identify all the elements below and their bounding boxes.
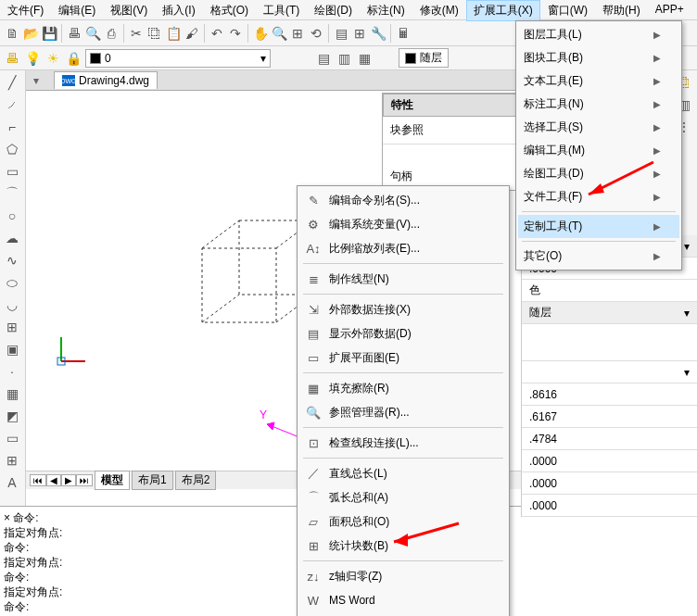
- save-icon[interactable]: 💾: [41, 25, 57, 42]
- tab-last-icon[interactable]: ⏭: [76, 474, 93, 486]
- custom-tool-item[interactable]: ／直线总长(L): [299, 461, 507, 485]
- point-icon[interactable]: ·: [2, 361, 22, 382]
- menu-dim-tools[interactable]: 标注工具(N)▶: [518, 93, 679, 116]
- pan-icon[interactable]: ✋: [252, 25, 269, 42]
- revcloud-icon[interactable]: ☁: [2, 228, 22, 248]
- tab-prev-icon[interactable]: ◀: [46, 474, 61, 486]
- pg-v5[interactable]: .0000: [522, 472, 697, 495]
- custom-tool-item[interactable]: ▦填充擦除(R): [299, 376, 507, 400]
- text-icon[interactable]: A: [2, 472, 22, 493]
- layermore-icon[interactable]: ▦: [356, 50, 373, 67]
- calc-icon[interactable]: 🖩: [395, 25, 412, 42]
- copy-icon[interactable]: ⿻: [146, 25, 163, 42]
- pg-color[interactable]: 色: [522, 280, 697, 302]
- menu-app[interactable]: APP+: [648, 0, 691, 21]
- xline-icon[interactable]: ⟋: [2, 94, 22, 115]
- insert-icon[interactable]: ⊞: [2, 317, 22, 337]
- print-icon[interactable]: 🖶: [66, 25, 82, 42]
- zoom-icon[interactable]: 🔍: [271, 25, 287, 42]
- pg-dropdown[interactable]: ▾: [522, 361, 697, 383]
- menu-extensions[interactable]: 扩展工具(X): [466, 0, 540, 21]
- custom-tool-item[interactable]: ▤显示外部数据(D): [299, 321, 507, 346]
- menu-edit[interactable]: 编辑(E): [51, 0, 103, 21]
- menu-layer-tools[interactable]: 图层工具(L)▶: [518, 23, 679, 46]
- arc-icon[interactable]: ⌒: [2, 183, 22, 204]
- pg-v4[interactable]: .0000: [522, 450, 697, 472]
- custom-tool-item[interactable]: ⊡检查线段连接(L)...: [299, 431, 507, 455]
- tab-model[interactable]: 模型: [95, 471, 130, 490]
- menu-file[interactable]: 文件(F): [0, 0, 51, 21]
- publish-icon[interactable]: ⎙: [103, 25, 120, 42]
- menu-modify[interactable]: 修改(M): [412, 0, 466, 21]
- spline-icon[interactable]: ∿: [2, 250, 22, 270]
- polyline-icon[interactable]: ⌐: [2, 117, 22, 137]
- custom-tool-item[interactable]: ⇲外部数据连接(X): [299, 297, 507, 321]
- menu-view[interactable]: 视图(V): [103, 0, 155, 21]
- custom-tool-item[interactable]: z↓z轴归零(Z): [299, 564, 507, 588]
- menu-tools[interactable]: 工具(T): [256, 0, 307, 21]
- table-icon[interactable]: ⊞: [2, 450, 22, 471]
- pg-v1[interactable]: .8616: [522, 383, 697, 406]
- menu-help[interactable]: 帮助(H): [595, 0, 648, 21]
- dc-icon[interactable]: ⊞: [351, 25, 368, 42]
- layer-selector[interactable]: 0 ▾: [85, 49, 271, 68]
- gradient-icon[interactable]: ◩: [2, 406, 22, 426]
- menu-format[interactable]: 格式(O): [203, 0, 256, 21]
- menu-dimension[interactable]: 标注(N): [360, 0, 412, 21]
- custom-tool-item[interactable]: ≣制作线型(N): [299, 267, 507, 291]
- cut-icon[interactable]: ✂: [128, 25, 145, 42]
- hatch-icon[interactable]: ▦: [2, 383, 22, 404]
- open-icon[interactable]: 📂: [22, 25, 39, 42]
- menu-other[interactable]: 其它(O)▶: [518, 245, 679, 268]
- custom-tool-item[interactable]: ⌒弧长总和(A): [299, 485, 507, 509]
- paste-icon[interactable]: 📋: [165, 25, 182, 42]
- redo-icon[interactable]: ↷: [227, 25, 244, 42]
- custom-tool-item[interactable]: A↕比例缩放列表(E)...: [299, 236, 507, 260]
- ellipse-icon[interactable]: ⬭: [2, 272, 22, 293]
- layer-sun-icon[interactable]: ☀: [44, 50, 61, 67]
- property-grid: 随层▾ .0000 色 随层▾ ▾ .8616 .6167 .4784 .000…: [521, 235, 697, 517]
- tab-layout1[interactable]: 布局1: [132, 471, 173, 490]
- undo-icon[interactable]: ↶: [209, 25, 225, 42]
- preview-icon[interactable]: 🔍: [84, 25, 101, 42]
- layerstate-icon[interactable]: ▤: [315, 50, 332, 67]
- tab-first-icon[interactable]: ⏮: [30, 474, 46, 486]
- tool-icon[interactable]: 🔧: [370, 25, 387, 42]
- menu-insert[interactable]: 插入(I): [155, 0, 202, 21]
- layer-lock-icon[interactable]: 🔒: [65, 50, 82, 67]
- menu-custom-tools[interactable]: 定制工具(T)▶: [518, 215, 679, 238]
- custom-tool-item[interactable]: WMS Word: [299, 588, 507, 612]
- line-icon[interactable]: ╱: [2, 72, 22, 93]
- circle-icon[interactable]: ○: [2, 206, 22, 226]
- custom-tool-item[interactable]: ▭扩展平面图(E): [299, 346, 507, 370]
- pg-v3[interactable]: .4784: [522, 428, 697, 450]
- custom-tool-item[interactable]: ✎编辑命令别名(S)...: [299, 188, 507, 212]
- custom-tool-item[interactable]: 🔍参照管理器(R)...: [299, 400, 507, 424]
- custom-tool-item[interactable]: XMS Excel: [299, 612, 507, 616]
- polygon-icon[interactable]: ⬠: [2, 139, 22, 159]
- tab-layout2[interactable]: 布局2: [175, 471, 217, 490]
- layer-manager-icon[interactable]: 🖶: [4, 50, 20, 67]
- props-icon[interactable]: ▤: [333, 25, 349, 42]
- menu-text-tools[interactable]: 文本工具(E)▶: [518, 69, 679, 93]
- menu-window[interactable]: 窗口(W): [540, 0, 595, 21]
- pg-linetype2[interactable]: 随层▾: [522, 302, 697, 324]
- ellipsearc-icon[interactable]: ◡: [2, 295, 22, 315]
- zoomwin-icon[interactable]: ⊞: [289, 25, 306, 42]
- new-icon[interactable]: 🗎: [4, 25, 20, 42]
- tab-next-icon[interactable]: ▶: [61, 474, 76, 486]
- menu-select-tools[interactable]: 选择工具(S)▶: [518, 116, 679, 139]
- rect-icon[interactable]: ▭: [2, 161, 22, 182]
- menu-draw[interactable]: 绘图(D): [307, 0, 360, 21]
- doc-tab-active[interactable]: DWG Drawing4.dwg: [54, 71, 158, 89]
- block-icon[interactable]: ▣: [2, 339, 22, 359]
- pg-v2[interactable]: .6167: [522, 406, 697, 428]
- region-icon[interactable]: ▭: [2, 428, 22, 448]
- pg-v6[interactable]: .0000: [522, 495, 697, 517]
- layeriso-icon[interactable]: ▥: [336, 50, 352, 67]
- match-icon[interactable]: 🖌: [184, 25, 200, 42]
- custom-tool-item[interactable]: ⚙编辑系统变量(V)...: [299, 212, 507, 236]
- layer-bulb-icon[interactable]: 💡: [24, 50, 41, 67]
- menu-block-tools[interactable]: 图块工具(B)▶: [518, 46, 679, 69]
- zoomprev-icon[interactable]: ⟲: [308, 25, 324, 42]
